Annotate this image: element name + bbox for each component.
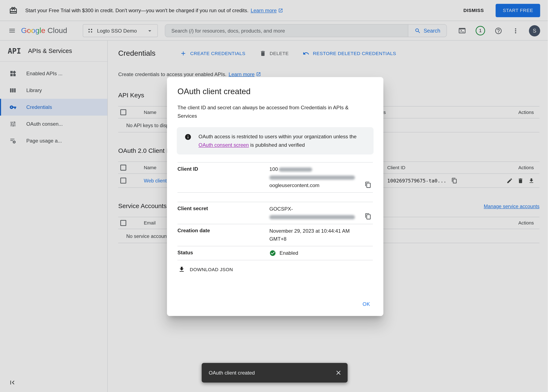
oauth-client-created-dialog: OAuth client created The client ID and s…	[167, 77, 383, 316]
client-id-value: 100 oogleusercontent.com	[269, 165, 373, 189]
google-cloud-console: Start your Free Trial with $300 in credi…	[0, 0, 548, 392]
info-icon	[185, 133, 192, 140]
dialog-title: OAuth client created	[177, 87, 373, 96]
note-text: OAuth access is restricted to users with…	[198, 133, 366, 149]
copy-client-secret-icon[interactable]	[365, 213, 371, 220]
close-icon[interactable]	[335, 369, 342, 376]
snackbar: OAuth client created	[202, 363, 347, 383]
snackbar-message: OAuth client created	[209, 370, 335, 376]
status-value: Enabled	[269, 249, 373, 257]
copy-client-id-icon[interactable]	[365, 181, 371, 188]
client-secret-row: Client secret GOCSPX-	[177, 202, 373, 224]
redacted-text	[279, 168, 312, 172]
dialog-fields: Client ID 100 oogleusercontent.com Clien…	[177, 162, 373, 260]
client-secret-label: Client secret	[177, 205, 269, 221]
dialog-info-note: OAuth access is restricted to users with…	[177, 127, 374, 154]
creation-date-value: November 29, 2023 at 10:44:41 AM GMT+8	[269, 227, 373, 243]
dialog-body-text: The client ID and secret can always be a…	[177, 103, 363, 120]
creation-date-label: Creation date	[177, 227, 269, 243]
status-label: Status	[177, 249, 269, 257]
status-row: Status Enabled	[177, 246, 373, 260]
client-secret-value: GOCSPX-	[269, 205, 373, 221]
creation-date-row: Creation date November 29, 2023 at 10:44…	[177, 224, 373, 246]
download-json-button[interactable]: DOWNLOAD JSON	[177, 262, 236, 276]
field-spacer-row	[177, 192, 373, 202]
client-id-row: Client ID 100 oogleusercontent.com	[177, 162, 373, 192]
ok-button[interactable]: OK	[359, 299, 374, 310]
oauth-consent-screen-link[interactable]: OAuth consent screen	[198, 142, 249, 148]
redacted-text	[269, 215, 355, 219]
client-id-label: Client ID	[177, 165, 269, 189]
check-circle-icon	[269, 250, 276, 256]
download-icon	[178, 266, 185, 273]
redacted-text	[269, 175, 355, 180]
